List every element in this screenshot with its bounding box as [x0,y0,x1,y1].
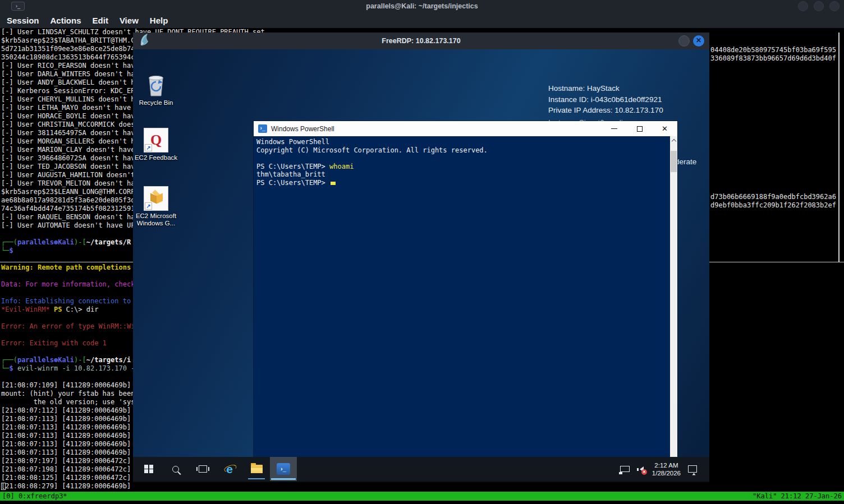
clock-date: 1/28/2026 [652,469,681,477]
maximize-button[interactable] [814,1,824,11]
menu-edit[interactable]: Edit [87,16,114,25]
powershell-title: Windows PowerShell [271,125,334,133]
menu-actions[interactable]: Actions [45,16,87,25]
folder-icon [251,465,263,473]
search-icon [172,466,179,473]
shortcut-arrow-icon: ↗ [145,202,152,210]
powershell-titlebar[interactable]: ›_ Windows PowerShell ✕ [254,121,677,136]
console-line: Copyright (C) Microsoft Corporation. All… [256,146,677,155]
powershell-minimize-button[interactable] [602,121,627,136]
desktop-icon-ec2-feedback[interactable]: Q ↗ EC2 Feedback [134,126,178,161]
freerdp-minimize-button[interactable] [678,35,690,47]
file-explorer-button[interactable] [243,457,270,481]
internet-explorer-button[interactable]: e [216,457,243,481]
desktop-icon-recycle-bin[interactable]: Recycle Bin [134,71,178,107]
aws-cube-icon: ↗ [144,186,168,211]
task-view-button[interactable] [189,457,216,481]
action-center-icon[interactable] [688,465,697,473]
console-line [256,154,677,163]
scrollbar-thumb[interactable] [671,151,677,172]
desktop-icon-label: EC2 Feedback [134,154,178,161]
terminal-cursor [1,483,6,490]
instance-info-line: Private IP Address: 10.82.173.170 [548,105,663,116]
taskbar-clock[interactable]: 2:12 AM 1/28/2026 [652,461,681,477]
system-tray: ✕ 2:12 AM 1/28/2026 [620,457,709,481]
menu-bar: SessionActionsEditViewHelp [0,12,844,28]
clock-time: 2:12 AM [652,461,681,469]
window-title: parallels@Kali: ~/targets/injectics [366,2,478,10]
windows-desktop[interactable]: Recycle Bin Q ↗ EC2 Feedback [133,49,709,457]
window-titlebar: ›_ parallels@Kali: ~/targets/injectics [0,0,844,12]
terminal-line: 04408de20b580975745bf03ba69f595 [710,46,836,54]
powershell-scrollbar[interactable] [670,136,677,457]
network-icon[interactable] [620,466,630,472]
terminal-output-right-mid: d73b06b6669188f9a0edbfcbd3962a6d9ebf0bba… [710,193,836,210]
console-line: PS C:\Users\TEMP> [256,179,677,187]
terminal-scrollbar[interactable] [838,33,840,262]
console-line: Windows PowerShell [256,138,677,146]
powershell-window: ›_ Windows PowerShell ✕ Windows PowerShe… [254,121,677,457]
windows-taskbar: e ›_ ✕ 2:12 AM 1/28/2026 [133,457,709,481]
console-line: PS C:\Users\TEMP> whoami [256,163,677,171]
ec2-instance-info: Hostname: HayStackInstance ID: i-043c0b6… [548,83,663,116]
terminal-line: [21:08:08:279] [411289:0006469b] [1,482,265,491]
wallpaper-text-fragment: derate [675,158,696,166]
task-view-icon [199,465,207,473]
instance-info-line: Hostname: HayStack [548,83,663,94]
terminal-output-right-top: 04408de20b580975745bf03ba69f595336089f83… [710,46,836,63]
minimize-button[interactable] [798,1,808,11]
desktop-icon-label: EC2 Microsoft Windows G... [134,212,178,227]
volume-muted-icon[interactable]: ✕ [637,465,645,473]
powershell-taskbar-icon: ›_ [277,463,290,475]
taskbar-search-button[interactable] [162,457,189,481]
desktop-icon-ec2-windows-guide[interactable]: ↗ EC2 Microsoft Windows G... [134,184,178,227]
tmux-status-bar: [0] 0:xfreerdp3* "Kali" 21:12 27-Jan-26 [0,492,844,501]
freerdp-window: FreeRDP: 10.82.173.170 ✕ Recycle Bin [133,33,709,482]
tmux-session-label: [0] 0:xfreerdp3* [2,492,67,501]
terminal-line: d9ebf0bba3ffc209b1f262f2083b2ef [710,201,836,210]
terminal-app-icon: ›_ [11,2,25,11]
powershell-icon: ›_ [258,124,267,133]
powershell-maximize-button[interactable] [627,121,652,136]
shortcut-arrow-icon: ↗ [145,144,152,151]
console-line: thm\tabatha_britt [256,170,677,179]
internet-explorer-icon: e [226,464,233,475]
desktop-icon-label: Recycle Bin [134,99,178,107]
recycle-bin-icon [145,73,167,98]
freerdp-close-button[interactable]: ✕ [693,35,704,47]
start-button[interactable] [135,457,162,481]
freerdp-window-edge [133,481,709,482]
windows-logo-icon [144,465,153,474]
ec2-feedback-icon: Q ↗ [144,128,168,152]
terminal-line: 336089f83873bb96657d69d6d3bd40f [710,54,836,63]
menu-view[interactable]: View [114,16,144,25]
powershell-taskbar-button[interactable]: ›_ [270,457,297,481]
instance-info-line: Instance ID: i-043c0b61de0ff2921 [548,94,663,105]
instance-info-occluded-line: Instance Size: t3 medium [548,117,634,121]
menu-help[interactable]: Help [144,16,174,25]
tmux-clock: "Kali" 21:12 27-Jan-26 [753,492,842,501]
terminal-line: d73b06b6669188f9a0edbfcbd3962a6 [710,193,836,201]
freerdp-titlebar[interactable]: FreeRDP: 10.82.173.170 ✕ [133,33,709,49]
freerdp-title: FreeRDP: 10.82.173.170 [133,37,709,45]
menu-session[interactable]: Session [1,16,45,25]
scroll-up-icon[interactable] [671,139,676,144]
powershell-close-button[interactable]: ✕ [652,121,677,136]
close-button[interactable] [829,1,840,11]
powershell-output: Windows PowerShellCopyright (C) Microsof… [254,136,677,187]
powershell-console[interactable]: Windows PowerShellCopyright (C) Microsof… [254,136,677,457]
kali-desktop: ›_ parallels@Kali: ~/targets/injectics S… [0,0,844,504]
